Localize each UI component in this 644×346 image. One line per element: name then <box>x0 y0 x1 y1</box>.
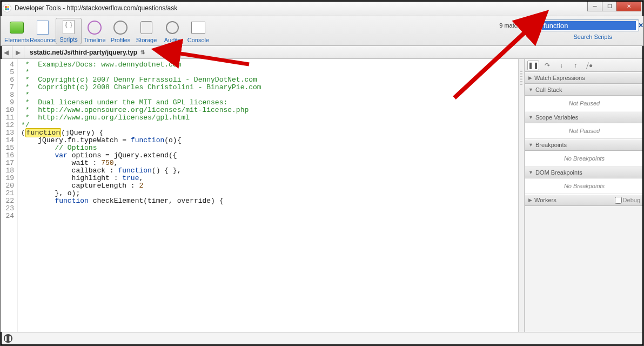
file-dropdown-label: sstatic.net/Js/third-party/jquery.typ <box>30 49 137 56</box>
section-call-stack[interactable]: ▼Call Stack <box>525 84 643 96</box>
file-dropdown[interactable]: sstatic.net/Js/third-party/jquery.typ ⇅ <box>24 49 150 56</box>
source-code[interactable]: * Examples/Docs: www.dennydotnet.com * *… <box>18 59 518 332</box>
scope-body: Not Paused <box>525 123 643 139</box>
line-number-gutter: 456789101112131415161718192021222324 <box>1 59 18 332</box>
source-code-pane: 456789101112131415161718192021222324 * E… <box>1 59 518 332</box>
tab-profiles[interactable]: Profiles <box>108 19 133 44</box>
section-scope-variables[interactable]: ▼Scope Variables <box>525 111 643 123</box>
nav-back-button[interactable]: ◀ <box>1 46 12 58</box>
collapse-icon: ▼ <box>528 142 533 148</box>
search-box[interactable]: 🔍 ✕ <box>531 19 639 31</box>
pause-on-exceptions-button[interactable]: ❚❚ <box>4 334 12 343</box>
nav-forward-button[interactable]: ▶ <box>12 46 24 58</box>
expand-icon: ▶ <box>528 197 532 203</box>
step-out-button[interactable]: ↑ <box>569 61 581 70</box>
expand-icon: ▶ <box>528 75 532 81</box>
tab-audits[interactable]: Audits <box>159 19 185 44</box>
tab-timeline[interactable]: Timeline <box>82 19 108 44</box>
search-input[interactable] <box>542 21 636 30</box>
clear-search-icon[interactable]: ✕ <box>638 22 643 29</box>
splitter-vertical[interactable] <box>518 59 525 332</box>
tab-elements[interactable]: Elements <box>4 19 30 44</box>
window-titlebar: Developer Tools - http://stackoverflow.c… <box>1 1 643 16</box>
window-title: Developer Tools - http://stackoverflow.c… <box>15 4 588 12</box>
collapse-icon: ▼ <box>528 115 533 120</box>
chrome-icon <box>3 4 11 12</box>
dom-breakpoints-body: No Breakpoints <box>525 178 643 194</box>
pause-button[interactable]: ❚❚ <box>527 61 539 70</box>
debugger-controls: ❚❚ ↷ ↓ ↑ ⧸● <box>525 59 643 72</box>
devtools-toolbar: Elements Resources { }Scripts Timeline P… <box>1 16 643 46</box>
minimize-button[interactable]: ─ <box>587 1 602 11</box>
step-into-button[interactable]: ↓ <box>555 61 567 70</box>
deactivate-breakpoints-button[interactable]: ⧸● <box>583 61 595 70</box>
scripts-subbar: ◀ ▶ sstatic.net/Js/third-party/jquery.ty… <box>1 46 643 59</box>
collapse-icon: ▼ <box>528 170 533 175</box>
workers-debug-checkbox[interactable] <box>615 197 622 204</box>
search-icon: 🔍 <box>534 22 542 29</box>
section-watch-expressions[interactable]: ▶Watch Expressions <box>525 72 643 84</box>
section-breakpoints[interactable]: ▼Breakpoints <box>525 139 643 151</box>
search-match-count: 9 matches <box>499 22 527 29</box>
maximize-button[interactable]: ☐ <box>602 1 617 11</box>
tab-resources[interactable]: Resources <box>30 19 56 44</box>
tab-storage[interactable]: Storage <box>133 19 159 44</box>
dropdown-arrows-icon: ⇅ <box>140 49 145 55</box>
tab-console[interactable]: Console <box>185 19 211 44</box>
call-stack-body: Not Paused <box>525 96 643 111</box>
section-dom-breakpoints[interactable]: ▼DOM Breakpoints <box>525 167 643 178</box>
tab-scripts[interactable]: { }Scripts <box>56 18 82 44</box>
pause-exception-bar: ❚❚ <box>1 332 643 345</box>
collapse-icon: ▼ <box>528 87 533 92</box>
breakpoints-body: No Breakpoints <box>525 151 643 167</box>
search-scripts-link[interactable]: Search Scripts <box>573 34 612 40</box>
close-button[interactable]: ✕ <box>616 1 641 11</box>
step-over-button[interactable]: ↷ <box>541 61 553 70</box>
section-workers[interactable]: ▶Workers Debug <box>525 194 643 206</box>
debugger-sidebar: ❚❚ ↷ ↓ ↑ ⧸● ▶Watch Expressions ▼Call Sta… <box>525 59 643 332</box>
